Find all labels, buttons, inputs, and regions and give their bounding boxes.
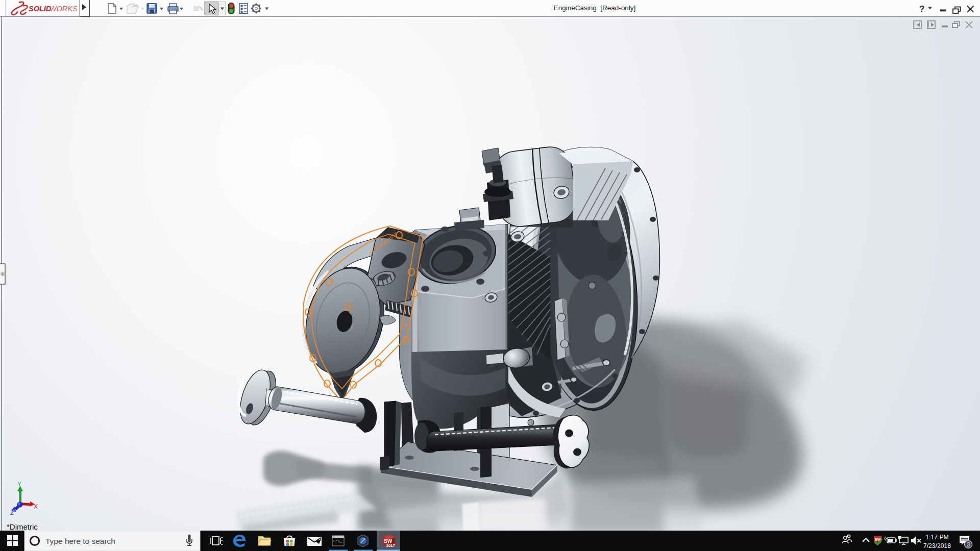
svg-text:Type here to search: Type here to search xyxy=(45,537,115,545)
svg-text:*Dimetric: *Dimetric xyxy=(7,522,38,531)
svg-text:Y: Y xyxy=(17,481,21,488)
svg-text:3: 3 xyxy=(967,541,970,547)
svg-text:7/23/2018: 7/23/2018 xyxy=(923,542,951,549)
svg-text:?: ? xyxy=(919,4,924,14)
svg-text:2017: 2017 xyxy=(386,543,395,548)
svg-text:X: X xyxy=(34,503,38,510)
svg-text:1:17 PM: 1:17 PM xyxy=(925,534,948,541)
svg-text:C:\_: C:\_ xyxy=(333,539,342,543)
svg-text:Z: Z xyxy=(10,510,14,516)
